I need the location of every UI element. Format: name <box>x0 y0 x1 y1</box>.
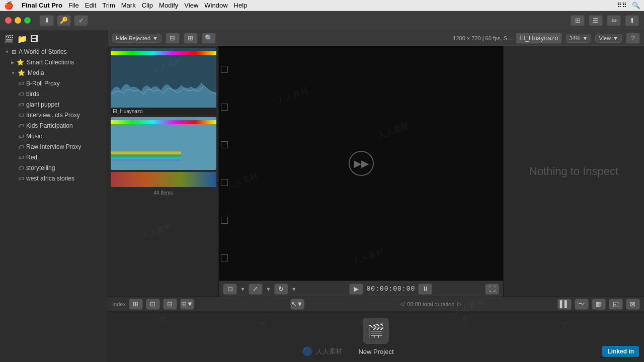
timeline-right5[interactable]: ⊠ <box>626 299 640 310</box>
maximize-button[interactable] <box>24 17 31 24</box>
checkbox-3[interactable] <box>221 141 228 148</box>
transform-btn[interactable]: ⤢ <box>249 284 263 295</box>
zoom-chevron: ▼ <box>583 35 588 41</box>
timecode-display: 00:00:00:00 <box>366 285 415 293</box>
library-grid-icon: ⊞ <box>12 49 16 55</box>
list-view-button[interactable]: ☰ <box>589 15 603 26</box>
rotate-btn[interactable]: ↻ <box>274 284 288 295</box>
view-control[interactable]: View ▼ <box>595 34 622 43</box>
total-duration-label: 00:00 total duration <box>407 301 454 307</box>
minimize-button[interactable] <box>15 17 21 24</box>
timeline-right4[interactable]: ◱ <box>609 299 623 310</box>
fit-btn[interactable]: ⊡ <box>223 284 237 295</box>
menu-right-icon1[interactable]: ⠿⠿ <box>617 2 627 9</box>
download-button[interactable]: ⬇ <box>40 15 54 26</box>
arrow-tool-btn[interactable]: ↖▼ <box>290 299 304 310</box>
menu-edit[interactable]: Edit <box>85 2 96 9</box>
sidebar-item-broll[interactable]: 🏷 B-Roll Proxy <box>1 78 107 88</box>
apple-menu[interactable]: 🍎 <box>4 1 14 10</box>
zoom-label: 34% <box>570 35 581 41</box>
kids-label: Kids Participation <box>26 122 103 129</box>
timeline-btn4[interactable]: ⊞▼ <box>180 299 194 310</box>
menu-mark[interactable]: Mark <box>121 2 136 9</box>
menu-view[interactable]: View <box>184 2 198 9</box>
timeline-right2[interactable]: 〜 <box>575 299 589 310</box>
clip-name-label: El_Huaynazo <box>519 34 558 42</box>
timeline-right1[interactable]: ▌▌ <box>557 299 572 310</box>
sidebar-item-red[interactable]: 🏷 Red <box>1 152 107 162</box>
interview-label: Interview...cts Proxy <box>26 112 103 119</box>
tag-icon-storytelling: 🏷 <box>18 165 24 171</box>
tag-icon-interview: 🏷 <box>18 112 24 118</box>
grid-view-button[interactable]: ⊞ <box>571 15 585 26</box>
menu-clip[interactable]: Clip <box>142 2 153 9</box>
clip-thumb-2[interactable] <box>111 117 216 170</box>
sidebar-item-birds[interactable]: 🏷 birds <box>1 89 107 99</box>
sidebar-item-smart-collections[interactable]: ▶ ⭐ Smart Collections <box>1 57 107 67</box>
close-button[interactable] <box>5 17 12 24</box>
timeline-btn1[interactable]: ⊞ <box>129 299 143 310</box>
key-button[interactable]: 🔑 <box>57 15 71 26</box>
clip-thumb-3[interactable] <box>111 172 216 187</box>
clip-thumb-el-huaynazo[interactable]: El_Huaynazo <box>111 48 216 115</box>
chevron-right-icon: ▶ <box>11 60 14 65</box>
timeline-icon[interactable]: 🎞 <box>30 35 38 44</box>
browser-icon[interactable]: 📁 <box>17 34 27 44</box>
timeline-right3[interactable]: ▦ <box>592 299 606 310</box>
sidebar-item-giant-puppet[interactable]: 🏷 giant puppet <box>1 100 107 110</box>
sidebar-library[interactable]: ▼ ⊞ A World of Stories <box>1 47 107 57</box>
search-icon[interactable]: 🔍 <box>632 2 640 9</box>
sidebar-item-interview[interactable]: 🏷 Interview...cts Proxy <box>1 110 107 120</box>
grid-btn[interactable]: ⊞ <box>184 33 198 44</box>
sidebar-item-kids[interactable]: 🏷 Kids Participation <box>1 121 107 131</box>
linkedin-badge: Linked in <box>602 346 639 357</box>
prev-btn[interactable]: ◁ <box>400 301 404 307</box>
clip-name-btn[interactable]: El_Huaynazo <box>516 33 561 44</box>
pause-btn[interactable]: ⏸ <box>418 284 432 295</box>
menu-window[interactable]: Window <box>204 2 227 9</box>
menu-trim[interactable]: Trim <box>102 2 115 9</box>
timeline: Index ⊞ ⊡ ⊟ ⊞▼ ↖▼ ◁ 00:00 total duration… <box>108 297 644 362</box>
tag-icon-red: 🏷 <box>18 154 24 160</box>
timeline-toolbar: Index ⊞ ⊡ ⊟ ⊞▼ ↖▼ ◁ 00:00 total duration… <box>108 297 644 311</box>
zoom-control[interactable]: 34% ▼ <box>566 34 592 43</box>
filmstrip-btn[interactable]: ⊟ <box>166 33 180 44</box>
clip-thumbnail-2 <box>111 117 216 170</box>
fullscreen-btn[interactable]: ⛶ <box>485 284 499 295</box>
colorbar-1 <box>111 51 216 55</box>
chevron-down-icon2: ▼ <box>11 71 15 75</box>
timeline-btn2[interactable]: ⊡ <box>146 299 160 310</box>
play-button-large[interactable]: ▶▶ <box>349 151 374 176</box>
sidebar-item-music[interactable]: 🏷 Music <box>1 131 107 141</box>
next-btn[interactable]: ▷ <box>457 301 461 307</box>
checkbox-1[interactable] <box>221 66 228 73</box>
check-button[interactable]: ✓ <box>74 15 88 26</box>
nothing-to-inspect-label: Nothing to Inspect <box>529 165 618 178</box>
help-btn[interactable]: ? <box>626 33 640 44</box>
sidebar-item-media[interactable]: ▼ ⭐ Media <box>1 68 107 78</box>
menu-final-cut-pro[interactable]: Final Cut Pro <box>22 2 62 9</box>
checkbox-5[interactable] <box>221 217 228 224</box>
bottom-watermark: 🔵 人人素材 <box>302 346 342 357</box>
preview-checkboxes <box>219 46 228 281</box>
menu-modify[interactable]: Modify <box>159 2 178 9</box>
menu-file[interactable]: File <box>68 2 79 9</box>
sidebar-item-storytelling[interactable]: 🏷 storytelling <box>1 163 107 173</box>
checkbox-2[interactable] <box>221 104 228 111</box>
checkbox-6[interactable] <box>221 254 228 261</box>
library-icon[interactable]: 🎬 <box>4 34 14 44</box>
menu-help[interactable]: Help <box>234 2 248 9</box>
search-btn[interactable]: 🔍 <box>202 33 216 44</box>
giant-puppet-label: giant puppet <box>26 101 103 108</box>
sidebar-item-raw-interview[interactable]: 🏷 Raw Interview Proxy <box>1 142 107 152</box>
play-btn[interactable]: ▶ <box>349 284 363 295</box>
new-project-icon: 🎬 <box>363 318 389 344</box>
share-button[interactable]: ⬆ <box>625 15 639 26</box>
new-project-area[interactable]: 🎬 New Project <box>358 318 393 355</box>
sidebar-item-west-africa[interactable]: 🏷 west africa stories <box>1 173 107 184</box>
checkbox-4[interactable] <box>221 179 228 186</box>
timeline-btn3[interactable]: ⊟ <box>163 299 177 310</box>
menu-bar: 🍎 Final Cut Pro File Edit Trim Mark Clip… <box>0 0 644 11</box>
adjust-button[interactable]: ⇔ <box>607 15 621 26</box>
hide-rejected-control[interactable]: Hide Rejected ▼ <box>112 34 162 43</box>
